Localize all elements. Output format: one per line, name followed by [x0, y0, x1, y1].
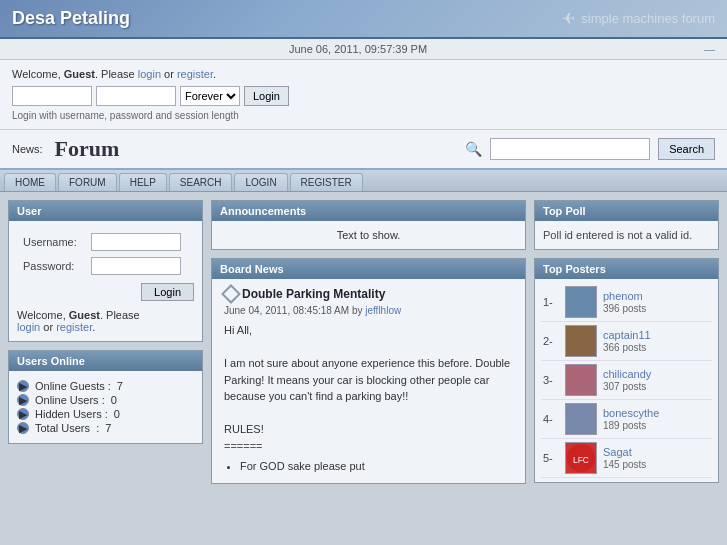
main-content: User Username: Password: Login Wel — [0, 192, 727, 492]
user-box-content: Username: Password: Login Welcome, Guest… — [9, 221, 202, 341]
login-button[interactable]: Login — [244, 86, 289, 106]
hidden-users-value: 0 — [114, 408, 120, 420]
forum-main-title: Forum — [55, 136, 120, 162]
top-poll-box: Top Poll Poll id entered is not a valid … — [534, 200, 719, 250]
username-input[interactable] — [12, 86, 92, 106]
poster-rank-4: 4- — [543, 413, 559, 425]
post-author-link[interactable]: jefflhlow — [365, 305, 401, 316]
announcements-content: Text to show. — [212, 221, 525, 249]
nav-item-home[interactable]: HOME — [4, 173, 56, 191]
top-poll-text: Poll id entered is not a valid id. — [543, 229, 710, 241]
session-select[interactable]: Forever — [180, 86, 240, 106]
announcements-header: Announcements — [212, 201, 525, 221]
password-row: Password: — [19, 255, 192, 277]
register-link[interactable]: register — [177, 68, 213, 80]
poster-posts-4: 189 posts — [603, 420, 646, 431]
online-users-label: Online Users : — [35, 394, 105, 406]
poster-posts-2: 366 posts — [603, 342, 646, 353]
poster-name-link-4[interactable]: bonescythe — [603, 407, 659, 419]
user-welcome-msg: Welcome, Guest. Please login or register… — [17, 309, 194, 333]
login-area: Welcome, Guest. Please login or register… — [0, 60, 727, 130]
announcements-box: Announcements Text to show. — [211, 200, 526, 250]
poster-posts-3: 307 posts — [603, 381, 646, 392]
hidden-users-label: Hidden Users : — [35, 408, 108, 420]
top-posters-box: Top Posters 1- phenom 396 posts 2- capta… — [534, 258, 719, 483]
user-login-link[interactable]: login — [17, 321, 40, 333]
board-news-box: Board News Double Parking Mentality June… — [211, 258, 526, 484]
poster-name-link-1[interactable]: phenom — [603, 290, 646, 302]
nav-link-home[interactable]: HOME — [4, 173, 56, 191]
user-login-button[interactable]: Login — [141, 283, 194, 301]
nav-link-help[interactable]: HELP — [119, 173, 167, 191]
topbar: June 06, 2011, 09:57:39 PM — — [0, 39, 727, 60]
site-title: Desa Petaling — [12, 8, 130, 29]
poster-posts-5: 145 posts — [603, 459, 646, 470]
search-magnifier-icon: 🔍 — [465, 141, 482, 157]
user-box: User Username: Password: Login Wel — [8, 200, 203, 342]
top-posters-content: 1- phenom 396 posts 2- captain11 366 pos… — [535, 279, 718, 482]
online-dot-total: ▶ — [17, 422, 29, 434]
login-link[interactable]: login — [138, 68, 161, 80]
top-poll-content: Poll id entered is not a valid id. — [535, 221, 718, 249]
search-input[interactable] — [490, 138, 650, 160]
online-users-value: 0 — [111, 394, 117, 406]
hidden-users-row: ▶ Hidden Users : 0 — [17, 407, 194, 421]
board-news-header: Board News — [212, 259, 525, 279]
password-input[interactable] — [96, 86, 176, 106]
post-title: Double Parking Mentality — [242, 287, 385, 301]
post-line-4: ====== — [224, 438, 513, 455]
poster-name-link-5[interactable]: Sagat — [603, 446, 646, 458]
user-form-table: Username: Password: — [17, 229, 194, 279]
search-button[interactable]: Search — [658, 138, 715, 160]
smf-logo: simple machines forum — [562, 9, 715, 28]
top-poll-header: Top Poll — [535, 201, 718, 221]
total-users-label: Total Users : — [35, 422, 99, 434]
nav-list: HOME FORUM HELP SEARCH LOGIN REGISTER — [0, 170, 727, 191]
poster-posts-1: 396 posts — [603, 303, 646, 314]
poster-row-2: 2- captain11 366 posts — [541, 322, 712, 361]
sagat-avatar-icon: LFC — [566, 442, 596, 474]
nav-link-login[interactable]: LOGIN — [234, 173, 287, 191]
users-online-header: Users Online — [9, 351, 202, 371]
nav-link-search[interactable]: SEARCH — [169, 173, 233, 191]
post-body: Hi All, I am not sure about anyone exper… — [224, 322, 513, 475]
news-label: News: — [12, 143, 43, 155]
nav-item-register[interactable]: REGISTER — [290, 173, 363, 191]
poster-avatar-2 — [565, 325, 597, 357]
poster-name-link-2[interactable]: captain11 — [603, 329, 651, 341]
poster-avatar-5: LFC — [565, 442, 597, 474]
nav-link-forum[interactable]: FORUM — [58, 173, 117, 191]
svg-text:LFC: LFC — [573, 455, 589, 465]
post-meta: June 04, 2011, 08:45:18 AM by jefflhlow — [224, 305, 513, 316]
user-register-link[interactable]: register — [56, 321, 92, 333]
nav-item-forum[interactable]: FORUM — [58, 173, 117, 191]
announcements-text: Text to show. — [224, 229, 513, 241]
poster-row-5: 5- LFC Sagat 145 posts — [541, 439, 712, 478]
poster-name-link-3[interactable]: chilicandy — [603, 368, 651, 380]
right-column: Top Poll Poll id entered is not a valid … — [534, 200, 719, 484]
user-username-input[interactable] — [91, 233, 181, 251]
poster-rank-2: 2- — [543, 335, 559, 347]
minimize-button[interactable]: — — [704, 43, 715, 55]
searchbar: News: Forum 🔍 Search — [0, 130, 727, 170]
user-login-btn-wrapper: Login — [17, 283, 194, 301]
center-column: Announcements Text to show. Board News D… — [211, 200, 526, 484]
nav-item-help[interactable]: HELP — [119, 173, 167, 191]
poster-rank-1: 1- — [543, 296, 559, 308]
online-dot-users: ▶ — [17, 394, 29, 406]
nav-item-login[interactable]: LOGIN — [234, 173, 287, 191]
post-icon — [221, 284, 241, 304]
user-guest-label: Guest — [69, 309, 100, 321]
nav-link-register[interactable]: REGISTER — [290, 173, 363, 191]
online-guests-value: 7 — [117, 380, 123, 392]
user-box-header: User — [9, 201, 202, 221]
poster-info-5: Sagat 145 posts — [603, 446, 646, 470]
user-password-input[interactable] — [91, 257, 181, 275]
nav-item-search[interactable]: SEARCH — [169, 173, 233, 191]
poster-row-4: 4- bonescythe 189 posts — [541, 400, 712, 439]
online-dot-hidden: ▶ — [17, 408, 29, 420]
online-guests-row: ▶ Online Guests : 7 — [17, 379, 194, 393]
total-users-row: ▶ Total Users : 7 — [17, 421, 194, 435]
post-line-1: Hi All, — [224, 322, 513, 339]
password-label: Password: — [23, 260, 74, 272]
